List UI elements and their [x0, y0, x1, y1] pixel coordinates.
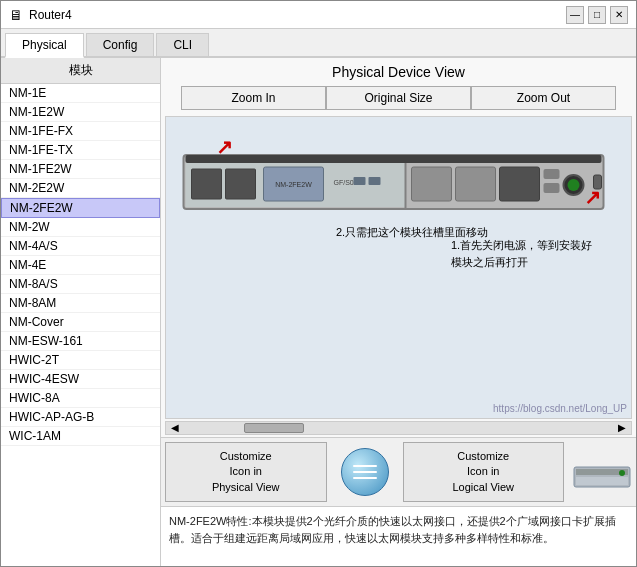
sidebar-header: 模块: [1, 58, 160, 84]
window-controls: — □ ✕: [566, 6, 628, 24]
router-svg-logical: [572, 447, 632, 497]
svg-rect-12: [456, 167, 496, 201]
minimize-button[interactable]: —: [566, 6, 584, 24]
module-item-hwicapagb[interactable]: HWIC-AP-AG-B: [1, 408, 160, 427]
module-item-nmcover[interactable]: NM-Cover: [1, 313, 160, 332]
module-item-nm1fe-fx[interactable]: NM-1FE-FX: [1, 122, 160, 141]
svg-rect-14: [544, 169, 560, 179]
svg-rect-9: [369, 177, 381, 185]
arrow-power: ↙: [584, 187, 601, 211]
module-item-hwic4esw[interactable]: HWIC-4ESW: [1, 370, 160, 389]
zoom-in-button[interactable]: Zoom In: [181, 86, 326, 110]
module-item-nm1fe-tx[interactable]: NM-1FE-TX: [1, 141, 160, 160]
content-area: 模块 NM-1E NM-1E2W NM-1FE-FX NM-1FE-TX NM-…: [1, 58, 636, 566]
title-bar-left: 🖥 Router4: [9, 7, 72, 23]
svg-rect-8: [354, 177, 366, 185]
module-item-nm1fe2w[interactable]: NM-1FE2W: [1, 160, 160, 179]
scroll-left-btn[interactable]: ◀: [166, 422, 184, 433]
annotation-power: 1.首先关闭电源，等到安装好 模块之后再打开: [451, 237, 611, 270]
module-item-hwic2t[interactable]: HWIC-2T: [1, 351, 160, 370]
module-item-nm8am[interactable]: NM-8AM: [1, 294, 160, 313]
svg-point-22: [619, 470, 625, 476]
module-sidebar: 模块 NM-1E NM-1E2W NM-1FE-FX NM-1FE-TX NM-…: [1, 58, 161, 566]
module-item-nm8as[interactable]: NM-8A/S: [1, 275, 160, 294]
svg-rect-3: [192, 169, 222, 199]
router-icon-physical: [335, 447, 395, 497]
device-viewport: NM-2FE2W GF/S0/0: [165, 116, 632, 419]
close-button[interactable]: ✕: [610, 6, 628, 24]
module-item-nm1e[interactable]: NM-1E: [1, 84, 160, 103]
router-circle-physical: [341, 448, 389, 496]
module-item-hwic8a[interactable]: HWIC-8A: [1, 389, 160, 408]
module-item-nm4e[interactable]: NM-4E: [1, 256, 160, 275]
bottom-buttons: Customize Icon in Physical View Customiz…: [161, 437, 636, 506]
scrollbar-thumb[interactable]: [244, 423, 304, 433]
main-panel: Physical Device View Zoom In Original Si…: [161, 58, 636, 566]
router-chassis-area: NM-2FE2W GF/S0/0: [176, 147, 621, 217]
router-icon-small: 🖥: [9, 7, 23, 23]
svg-rect-1: [186, 155, 602, 163]
router-icon-logical: [572, 447, 632, 497]
module-item-nmesw161[interactable]: NM-ESW-161: [1, 332, 160, 351]
svg-rect-21: [576, 477, 628, 485]
maximize-button[interactable]: □: [588, 6, 606, 24]
module-item-nm4as[interactable]: NM-4A/S: [1, 237, 160, 256]
zoom-out-button[interactable]: Zoom Out: [471, 86, 616, 110]
module-item-nm2w[interactable]: NM-2W: [1, 218, 160, 237]
tab-bar: Physical Config CLI: [1, 29, 636, 58]
horizontal-scrollbar[interactable]: ◀ ▶: [165, 421, 632, 435]
original-size-button[interactable]: Original Size: [326, 86, 471, 110]
window-title: Router4: [29, 8, 72, 22]
tab-cli[interactable]: CLI: [156, 33, 209, 56]
module-item-wic1am[interactable]: WIC-1AM: [1, 427, 160, 446]
watermark: https://blog.csdn.net/Long_UP: [493, 403, 627, 414]
module-item-nm2e2w[interactable]: NM-2E2W: [1, 179, 160, 198]
customize-logical-button[interactable]: Customize Icon in Logical View: [403, 442, 565, 502]
main-window: 🖥 Router4 — □ ✕ Physical Config CLI 模块 N…: [0, 0, 637, 567]
svg-rect-11: [412, 167, 452, 201]
svg-point-17: [568, 179, 580, 191]
module-item-nm2fe2w[interactable]: NM-2FE2W: [1, 198, 160, 218]
svg-text:NM-2FE2W: NM-2FE2W: [275, 181, 312, 188]
arrow-module: ↗: [216, 135, 233, 159]
zoom-controls: Zoom In Original Size Zoom Out: [161, 86, 636, 116]
tab-physical[interactable]: Physical: [5, 33, 84, 58]
description-area: NM-2FE2W特性:本模块提供2个光纤介质的快速以太网接口，还提供2个广域网接…: [161, 506, 636, 566]
tab-config[interactable]: Config: [86, 33, 155, 56]
svg-rect-15: [544, 183, 560, 193]
scroll-right-btn[interactable]: ▶: [613, 422, 631, 433]
device-view-title: Physical Device View: [161, 58, 636, 86]
module-list[interactable]: NM-1E NM-1E2W NM-1FE-FX NM-1FE-TX NM-1FE…: [1, 84, 160, 566]
title-bar: 🖥 Router4 — □ ✕: [1, 1, 636, 29]
description-text: NM-2FE2W特性:本模块提供2个光纤介质的快速以太网接口，还提供2个广域网接…: [169, 515, 616, 544]
svg-rect-13: [500, 167, 540, 201]
module-item-nm1e2w[interactable]: NM-1E2W: [1, 103, 160, 122]
router-chassis-svg: NM-2FE2W GF/S0/0: [176, 147, 621, 217]
customize-physical-button[interactable]: Customize Icon in Physical View: [165, 442, 327, 502]
svg-rect-4: [226, 169, 256, 199]
